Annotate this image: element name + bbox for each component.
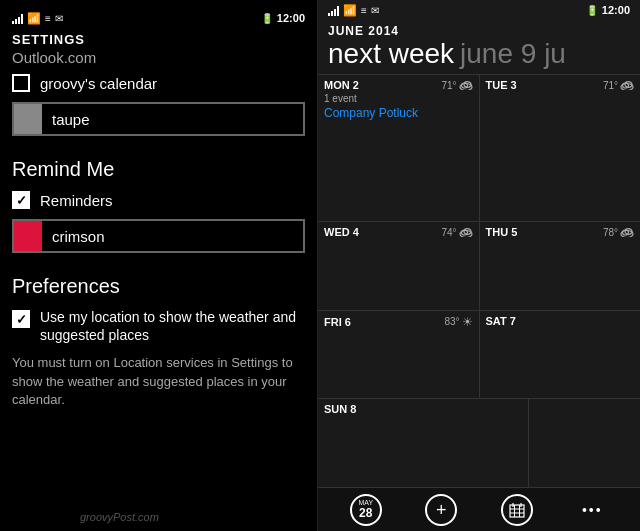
crimson-swatch bbox=[14, 221, 42, 251]
plus-symbol: + bbox=[436, 501, 447, 519]
day-cell-empty bbox=[529, 399, 640, 487]
week-label-row: next week june 9 ju bbox=[328, 38, 630, 70]
location-row[interactable]: Use my location to show the weather and … bbox=[12, 308, 305, 344]
location-label: Use my location to show the weather and … bbox=[40, 308, 305, 344]
reminders-label: Reminders bbox=[40, 192, 113, 209]
mon2-header: MON 2 71° bbox=[324, 79, 473, 91]
right-signal2: ≡ bbox=[361, 5, 367, 16]
today-day: 28 bbox=[359, 507, 372, 520]
tue3-header: TUE 3 71° bbox=[486, 79, 635, 91]
crimson-label: crimson bbox=[42, 228, 105, 245]
calendar-panel: 📶 ≡ ✉ 🔋 12:00 JUNE 2014 next week june 9… bbox=[318, 0, 640, 531]
add-icon[interactable]: + bbox=[425, 494, 457, 526]
taupe-swatch bbox=[14, 104, 42, 134]
fri6-header: FRI 6 83° ☀ bbox=[324, 315, 473, 329]
calendar-icon[interactable] bbox=[501, 494, 533, 526]
day-cell-tue3[interactable]: TUE 3 71° bbox=[480, 75, 641, 221]
right-wifi-icon: 📶 bbox=[343, 4, 357, 17]
add-event-button[interactable]: + bbox=[421, 492, 461, 528]
day-cell-mon2[interactable]: MON 2 71° 1 event Company Potluck bbox=[318, 75, 480, 221]
right-msg-icon: ✉ bbox=[371, 5, 379, 16]
wed4-label: WED 4 bbox=[324, 226, 359, 238]
message-icon: ✉ bbox=[55, 13, 63, 24]
status-time-left: 12:00 bbox=[277, 12, 305, 24]
thu5-weather: 78° bbox=[603, 227, 634, 238]
day-cell-thu5[interactable]: THU 5 78° bbox=[480, 222, 641, 310]
settings-panel: 📶 ≡ ✉ 🔋 12:00 SETTINGS Outlook.com groov… bbox=[0, 0, 318, 531]
sun-icon-fri6: ☀ bbox=[462, 315, 473, 329]
calendar-grid-icon bbox=[509, 502, 525, 518]
groovy-calendar-checkbox[interactable] bbox=[12, 74, 30, 92]
status-bar-left: 📶 ≡ ✉ 🔋 12:00 bbox=[12, 8, 305, 28]
location-checkbox[interactable] bbox=[12, 310, 30, 328]
week-row-3: FRI 6 83° ☀ SAT 7 bbox=[318, 310, 640, 399]
wifi-icon: 📶 bbox=[27, 12, 41, 25]
wed4-header: WED 4 74° bbox=[324, 226, 473, 238]
more-button[interactable]: ••• bbox=[572, 492, 612, 528]
sun8-label: SUN 8 bbox=[324, 403, 356, 415]
tue3-label: TUE 3 bbox=[486, 79, 517, 91]
cloud-icon-thu5 bbox=[620, 227, 634, 237]
day-cell-wed4[interactable]: WED 4 74° bbox=[318, 222, 480, 310]
fri6-label: FRI 6 bbox=[324, 316, 351, 328]
watermark: groovyPost.com bbox=[80, 511, 159, 523]
company-potluck-event[interactable]: Company Potluck bbox=[324, 106, 473, 120]
cloud-icon-mon2 bbox=[459, 80, 473, 90]
preferences-section: Preferences Use my location to show the … bbox=[12, 275, 305, 409]
thu5-label: THU 5 bbox=[486, 226, 518, 238]
bottom-bar: May 28 + ••• bbox=[318, 487, 640, 531]
sat7-label: SAT 7 bbox=[486, 315, 516, 327]
wed4-weather: 74° bbox=[441, 227, 472, 238]
calendar-header: JUNE 2014 next week june 9 ju bbox=[318, 20, 640, 70]
battery-icon: 🔋 bbox=[261, 13, 273, 24]
day-cell-fri6[interactable]: FRI 6 83° ☀ bbox=[318, 311, 480, 399]
cloud-icon-tue3 bbox=[620, 80, 634, 90]
signal-icon bbox=[12, 12, 23, 24]
week-row-1: MON 2 71° 1 event Company Potluck TUE bbox=[318, 74, 640, 221]
week-text: next week bbox=[328, 38, 454, 70]
today-date-icon[interactable]: May 28 bbox=[350, 494, 382, 526]
crimson-color-row[interactable]: crimson bbox=[12, 219, 305, 253]
week-row-2: WED 4 74° THU 5 78° bbox=[318, 221, 640, 310]
right-status-icons: 📶 ≡ ✉ bbox=[328, 4, 379, 17]
calendar-view-button[interactable] bbox=[497, 492, 537, 528]
month-year-label: JUNE 2014 bbox=[328, 24, 630, 38]
thu5-header: THU 5 78° bbox=[486, 226, 635, 238]
today-button[interactable]: May 28 bbox=[346, 492, 386, 528]
reminders-checkbox[interactable] bbox=[12, 191, 30, 209]
day-cell-sat7[interactable]: SAT 7 bbox=[480, 311, 641, 399]
sun8-header: SUN 8 bbox=[324, 403, 522, 415]
preferences-title: Preferences bbox=[12, 275, 305, 298]
fri6-weather: 83° ☀ bbox=[444, 315, 472, 329]
status-bar-right: 📶 ≡ ✉ 🔋 12:00 bbox=[318, 0, 640, 20]
account-label: Outlook.com bbox=[12, 49, 305, 66]
reminders-row[interactable]: Reminders bbox=[12, 191, 305, 209]
right-signal-icon bbox=[328, 4, 339, 16]
calendar-grid: MON 2 71° 1 event Company Potluck TUE bbox=[318, 74, 640, 487]
week-date: june 9 ju bbox=[460, 38, 566, 70]
left-status-icons: 📶 ≡ ✉ bbox=[12, 12, 63, 25]
status-time-right: 12:00 bbox=[602, 4, 630, 16]
taupe-color-row[interactable]: taupe bbox=[12, 102, 305, 136]
sat7-header: SAT 7 bbox=[486, 315, 635, 327]
mon2-label: MON 2 bbox=[324, 79, 359, 91]
right-battery-icon: 🔋 bbox=[586, 5, 598, 16]
day-cell-sun8[interactable]: SUN 8 bbox=[318, 399, 529, 487]
groovy-calendar-row[interactable]: groovy's calendar bbox=[12, 74, 305, 92]
cloud-icon-wed4 bbox=[459, 227, 473, 237]
remind-title: Remind Me bbox=[12, 158, 305, 181]
location-notice: You must turn on Location services in Se… bbox=[12, 354, 305, 409]
signal-icon2: ≡ bbox=[45, 13, 51, 24]
week-row-4: SUN 8 bbox=[318, 398, 640, 487]
taupe-label: taupe bbox=[42, 111, 90, 128]
remind-section: Remind Me Reminders crimson bbox=[12, 158, 305, 269]
groovy-calendar-label: groovy's calendar bbox=[40, 75, 157, 92]
mon2-event-count: 1 event bbox=[324, 93, 473, 104]
svg-rect-12 bbox=[510, 505, 524, 517]
settings-title: SETTINGS bbox=[12, 32, 305, 47]
mon2-weather: 71° bbox=[441, 80, 472, 91]
ellipsis-icon: ••• bbox=[582, 502, 603, 518]
tue3-weather: 71° bbox=[603, 80, 634, 91]
